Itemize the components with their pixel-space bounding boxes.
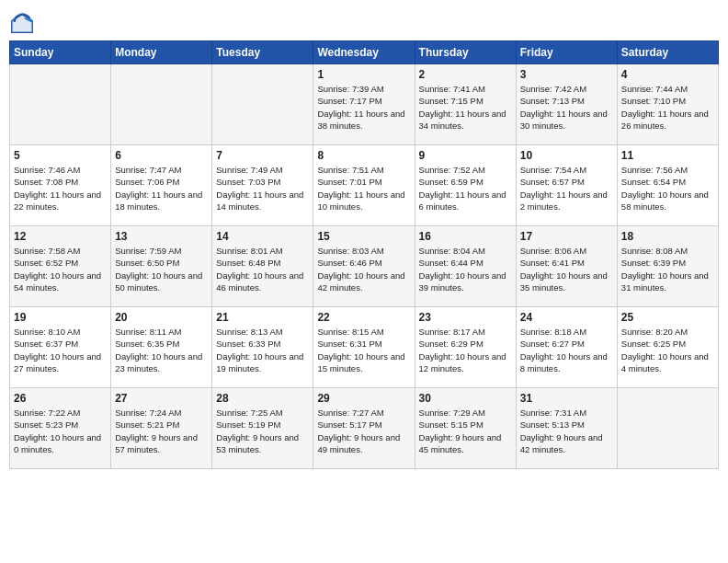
- weekday-header: Monday: [111, 41, 212, 64]
- calendar-cell: 23Sunrise: 8:17 AM Sunset: 6:29 PM Dayli…: [415, 307, 516, 388]
- calendar-cell: 25Sunrise: 8:20 AM Sunset: 6:25 PM Dayli…: [617, 307, 718, 388]
- calendar-cell: 18Sunrise: 8:08 AM Sunset: 6:39 PM Dayli…: [617, 226, 718, 307]
- day-info: Sunrise: 8:04 AM Sunset: 6:44 PM Dayligh…: [419, 245, 512, 293]
- calendar-body: 1Sunrise: 7:39 AM Sunset: 7:17 PM Daylig…: [10, 64, 719, 469]
- calendar-cell: [10, 64, 111, 145]
- day-info: Sunrise: 7:58 AM Sunset: 6:52 PM Dayligh…: [14, 245, 107, 293]
- day-info: Sunrise: 7:56 AM Sunset: 6:54 PM Dayligh…: [621, 164, 714, 213]
- day-number: 30: [419, 392, 512, 405]
- day-number: 18: [621, 230, 714, 243]
- calendar-cell: 22Sunrise: 8:15 AM Sunset: 6:31 PM Dayli…: [313, 307, 415, 388]
- logo-icon: [9, 9, 35, 35]
- day-info: Sunrise: 8:08 AM Sunset: 6:39 PM Dayligh…: [621, 245, 714, 293]
- day-info: Sunrise: 7:27 AM Sunset: 5:17 PM Dayligh…: [317, 407, 410, 455]
- calendar-cell: [617, 388, 718, 469]
- day-number: 11: [621, 149, 714, 162]
- calendar-cell: 8Sunrise: 7:51 AM Sunset: 7:01 PM Daylig…: [313, 145, 415, 226]
- day-number: 22: [317, 311, 410, 324]
- calendar-cell: [212, 64, 313, 145]
- day-number: 13: [115, 230, 208, 243]
- day-number: 26: [14, 392, 107, 405]
- day-info: Sunrise: 7:51 AM Sunset: 7:01 PM Dayligh…: [317, 164, 410, 213]
- day-number: 7: [216, 149, 309, 162]
- day-info: Sunrise: 7:46 AM Sunset: 7:08 PM Dayligh…: [14, 164, 107, 213]
- calendar-cell: 7Sunrise: 7:49 AM Sunset: 7:03 PM Daylig…: [212, 145, 313, 226]
- day-info: Sunrise: 8:13 AM Sunset: 6:33 PM Dayligh…: [216, 326, 309, 374]
- day-number: 19: [14, 311, 107, 324]
- day-info: Sunrise: 8:17 AM Sunset: 6:29 PM Dayligh…: [419, 326, 512, 374]
- calendar-cell: 4Sunrise: 7:44 AM Sunset: 7:10 PM Daylig…: [617, 64, 718, 145]
- day-info: Sunrise: 8:10 AM Sunset: 6:37 PM Dayligh…: [14, 326, 107, 374]
- calendar-table: SundayMondayTuesdayWednesdayThursdayFrid…: [9, 40, 719, 469]
- day-number: 17: [520, 230, 613, 243]
- day-number: 3: [520, 68, 613, 81]
- calendar-week-row: 12Sunrise: 7:58 AM Sunset: 6:52 PM Dayli…: [10, 226, 719, 307]
- calendar-cell: 31Sunrise: 7:31 AM Sunset: 5:13 PM Dayli…: [516, 388, 617, 469]
- day-number: 24: [520, 311, 613, 324]
- day-number: 31: [520, 392, 613, 405]
- day-number: 21: [216, 311, 309, 324]
- day-info: Sunrise: 7:47 AM Sunset: 7:06 PM Dayligh…: [115, 164, 208, 213]
- calendar-cell: 5Sunrise: 7:46 AM Sunset: 7:08 PM Daylig…: [10, 145, 111, 226]
- calendar-cell: 9Sunrise: 7:52 AM Sunset: 6:59 PM Daylig…: [415, 145, 516, 226]
- day-info: Sunrise: 8:15 AM Sunset: 6:31 PM Dayligh…: [317, 326, 410, 374]
- day-number: 6: [115, 149, 208, 162]
- header: [9, 9, 719, 35]
- weekday-header: Thursday: [415, 41, 516, 64]
- day-info: Sunrise: 7:25 AM Sunset: 5:19 PM Dayligh…: [216, 407, 309, 455]
- day-info: Sunrise: 7:54 AM Sunset: 6:57 PM Dayligh…: [520, 164, 613, 213]
- calendar-cell: 29Sunrise: 7:27 AM Sunset: 5:17 PM Dayli…: [313, 388, 415, 469]
- calendar-cell: 6Sunrise: 7:47 AM Sunset: 7:06 PM Daylig…: [111, 145, 212, 226]
- calendar-cell: 27Sunrise: 7:24 AM Sunset: 5:21 PM Dayli…: [111, 388, 212, 469]
- day-number: 4: [621, 68, 714, 81]
- day-number: 28: [216, 392, 309, 405]
- calendar-cell: 11Sunrise: 7:56 AM Sunset: 6:54 PM Dayli…: [617, 145, 718, 226]
- calendar-week-row: 1Sunrise: 7:39 AM Sunset: 7:17 PM Daylig…: [10, 64, 719, 145]
- calendar-header: SundayMondayTuesdayWednesdayThursdayFrid…: [10, 41, 719, 64]
- calendar-cell: 13Sunrise: 7:59 AM Sunset: 6:50 PM Dayli…: [111, 226, 212, 307]
- day-info: Sunrise: 8:03 AM Sunset: 6:46 PM Dayligh…: [317, 245, 410, 293]
- day-info: Sunrise: 7:52 AM Sunset: 6:59 PM Dayligh…: [419, 164, 512, 213]
- day-info: Sunrise: 7:44 AM Sunset: 7:10 PM Dayligh…: [621, 83, 714, 132]
- calendar-cell: 10Sunrise: 7:54 AM Sunset: 6:57 PM Dayli…: [516, 145, 617, 226]
- day-info: Sunrise: 7:39 AM Sunset: 7:17 PM Dayligh…: [317, 83, 410, 132]
- calendar-cell: 3Sunrise: 7:42 AM Sunset: 7:13 PM Daylig…: [516, 64, 617, 145]
- day-number: 1: [317, 68, 410, 81]
- day-info: Sunrise: 8:06 AM Sunset: 6:41 PM Dayligh…: [520, 245, 613, 293]
- day-info: Sunrise: 8:18 AM Sunset: 6:27 PM Dayligh…: [520, 326, 613, 374]
- weekday-header: Wednesday: [313, 41, 415, 64]
- day-number: 9: [419, 149, 512, 162]
- day-info: Sunrise: 8:11 AM Sunset: 6:35 PM Dayligh…: [115, 326, 208, 374]
- day-number: 25: [621, 311, 714, 324]
- weekday-header: Sunday: [10, 41, 111, 64]
- day-number: 15: [317, 230, 410, 243]
- day-number: 12: [14, 230, 107, 243]
- weekday-header: Tuesday: [212, 41, 313, 64]
- calendar-week-row: 5Sunrise: 7:46 AM Sunset: 7:08 PM Daylig…: [10, 145, 719, 226]
- calendar-cell: 12Sunrise: 7:58 AM Sunset: 6:52 PM Dayli…: [10, 226, 111, 307]
- calendar-cell: 21Sunrise: 8:13 AM Sunset: 6:33 PM Dayli…: [212, 307, 313, 388]
- day-info: Sunrise: 7:31 AM Sunset: 5:13 PM Dayligh…: [520, 407, 613, 455]
- page-container: SundayMondayTuesdayWednesdayThursdayFrid…: [0, 0, 728, 478]
- calendar-cell: 16Sunrise: 8:04 AM Sunset: 6:44 PM Dayli…: [415, 226, 516, 307]
- calendar-cell: 19Sunrise: 8:10 AM Sunset: 6:37 PM Dayli…: [10, 307, 111, 388]
- calendar-cell: [111, 64, 212, 145]
- day-number: 23: [419, 311, 512, 324]
- day-number: 20: [115, 311, 208, 324]
- day-info: Sunrise: 7:49 AM Sunset: 7:03 PM Dayligh…: [216, 164, 309, 213]
- day-number: 29: [317, 392, 410, 405]
- day-info: Sunrise: 7:24 AM Sunset: 5:21 PM Dayligh…: [115, 407, 208, 455]
- day-number: 10: [520, 149, 613, 162]
- calendar-cell: 28Sunrise: 7:25 AM Sunset: 5:19 PM Dayli…: [212, 388, 313, 469]
- calendar-cell: 30Sunrise: 7:29 AM Sunset: 5:15 PM Dayli…: [415, 388, 516, 469]
- weekday-row: SundayMondayTuesdayWednesdayThursdayFrid…: [10, 41, 719, 64]
- day-number: 27: [115, 392, 208, 405]
- day-info: Sunrise: 8:20 AM Sunset: 6:25 PM Dayligh…: [621, 326, 714, 374]
- day-info: Sunrise: 7:59 AM Sunset: 6:50 PM Dayligh…: [115, 245, 208, 293]
- weekday-header: Friday: [516, 41, 617, 64]
- day-info: Sunrise: 7:22 AM Sunset: 5:23 PM Dayligh…: [14, 407, 107, 455]
- calendar-cell: 17Sunrise: 8:06 AM Sunset: 6:41 PM Dayli…: [516, 226, 617, 307]
- calendar-week-row: 19Sunrise: 8:10 AM Sunset: 6:37 PM Dayli…: [10, 307, 719, 388]
- calendar-cell: 20Sunrise: 8:11 AM Sunset: 6:35 PM Dayli…: [111, 307, 212, 388]
- calendar-cell: 26Sunrise: 7:22 AM Sunset: 5:23 PM Dayli…: [10, 388, 111, 469]
